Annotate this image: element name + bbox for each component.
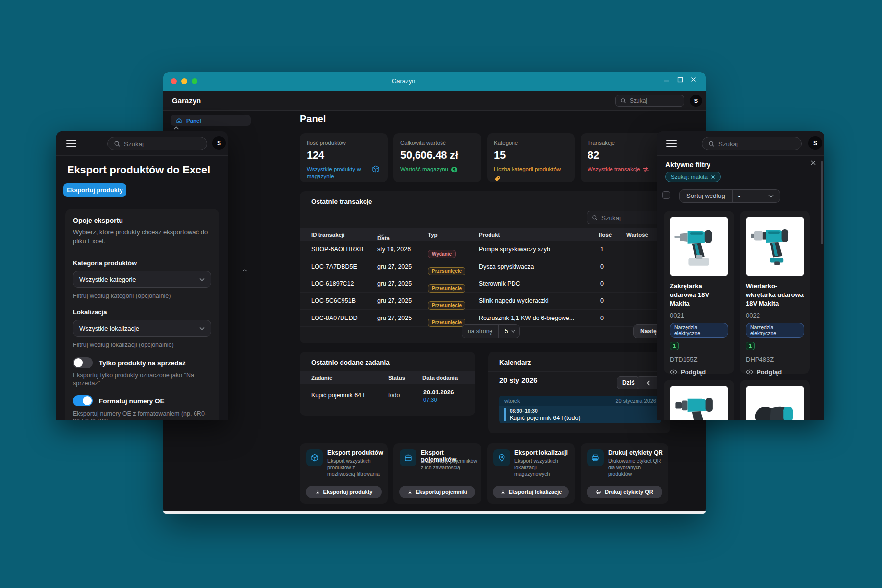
avatar[interactable]: S [212, 136, 226, 150]
print-qr-button[interactable]: Drukuj etykiety QR [587, 486, 662, 498]
product-card-partial [664, 380, 734, 420]
menu-icon[interactable] [666, 140, 677, 147]
export-locations-card: Eksport lokalizacji Eksport wszystkich l… [487, 443, 575, 504]
product-model: DHP483Z [746, 356, 804, 363]
col-value: Wartość [626, 232, 648, 238]
type-badge: Przesunięcie [428, 284, 466, 293]
table-row[interactable]: LOC-5C6C951B gru 27, 2025 Przesunięcie S… [300, 293, 670, 310]
event-date: 20 stycznia 2026 [615, 398, 656, 404]
table-row[interactable]: LOC-61897C12 gru 27, 2025 Przesunięcie S… [300, 275, 670, 293]
menu-icon[interactable] [66, 140, 76, 147]
export-products-button[interactable]: Eksportuj produkty [306, 486, 382, 498]
panel-search[interactable] [702, 137, 802, 150]
location-label: Lokalizacja [73, 308, 211, 316]
filter-chip[interactable]: Szukaj: makita [665, 172, 721, 182]
page-title: Panel [300, 113, 326, 124]
panel-header: S [657, 131, 824, 156]
close-filters-icon[interactable] [810, 160, 816, 166]
sidebar-item-label: Panel [186, 118, 201, 123]
sidebar-item-panel[interactable]: Panel [171, 115, 251, 126]
product-category-badge: Narzędzia elektryczne [670, 323, 728, 338]
table-row[interactable]: LOC-7A7DBD5E gru 27, 2025 Przesunięcie D… [300, 258, 670, 275]
map-pin-icon [497, 453, 506, 462]
calendar-event[interactable]: wtorek 20 stycznia 2026 08:30–10:30 Kupi… [499, 396, 661, 423]
divider [488, 371, 670, 372]
stat-card-value: Całkowita wartość 50,606.48 zł Wartość m… [393, 133, 481, 182]
category-help: Filtruj według kategorii (opcjonalnie) [73, 292, 211, 300]
stat-label: Kategorie [494, 140, 568, 146]
scrollbar[interactable] [821, 161, 823, 244]
export-locations-button[interactable]: Eksportuj lokalizacje [493, 486, 569, 498]
location-select[interactable]: Wszystkie lokalizacje [73, 320, 211, 337]
eye-icon [670, 369, 677, 375]
transactions-search[interactable] [587, 211, 666, 224]
panel-search[interactable] [107, 137, 207, 150]
search-icon [592, 215, 598, 220]
stat-link: Wszystkie transakcje [588, 166, 640, 173]
type-badge: Przesunięcie [428, 267, 466, 275]
stat-link[interactable]: Wszystkie produkty w magazynie [307, 166, 367, 180]
stat-label: Ilość produktów [307, 140, 381, 146]
chevron-up-icon[interactable] [242, 269, 247, 272]
type-badge: Wydanie [428, 250, 456, 258]
per-page-select[interactable]: na stronę 5 [462, 324, 520, 338]
panel-header: S [56, 131, 228, 156]
chevron-down-icon [511, 330, 515, 333]
options-desc: Wybierz, które produkty chcesz eksportow… [73, 228, 211, 245]
header-search-input[interactable] [630, 98, 679, 104]
format-oe-toggle[interactable] [73, 395, 93, 406]
location-help: Filtruj według lokalizacji (opcjonalnie) [73, 341, 211, 349]
download-icon [407, 490, 413, 495]
table-row[interactable]: SHOP-6AOLHRXB sty 19, 2026 Wydanie Pompa… [300, 241, 670, 258]
avatar[interactable]: S [690, 95, 702, 107]
header-search[interactable] [615, 95, 684, 107]
sort-control[interactable]: Sortuj według - [679, 189, 780, 203]
stat-link: Liczba kategorii produktów [494, 166, 561, 173]
product-model: DTD155Z [670, 356, 728, 363]
export-card-title: Drukuj etykiety QR [608, 449, 666, 456]
col-id: ID transakcji [311, 232, 344, 238]
only-for-sale-label: Tylko produkty na sprzedaż [99, 359, 186, 367]
export-products-primary-button[interactable]: Eksportuj produkty [63, 183, 126, 197]
panel-search-input[interactable] [718, 140, 795, 147]
preview-action[interactable]: Podgląd [670, 368, 728, 376]
window-footer-strip [163, 511, 706, 514]
maximize-icon[interactable] [677, 77, 683, 83]
task-name: Kupić pojemnik 64 l [311, 392, 364, 399]
product-code: 0021 [670, 312, 728, 319]
col-type: Typ [428, 232, 438, 238]
product-card: Wiertarko-wkrętarka udarowa 18V Makita 0… [740, 211, 810, 374]
active-filters-title: Aktywne filtry [665, 161, 710, 169]
panel-search-input[interactable] [124, 140, 201, 147]
options-title: Opcje eksportu [73, 217, 211, 224]
avatar[interactable]: S [808, 136, 822, 150]
type-badge: Przesunięcie [428, 318, 466, 327]
select-all-checkbox[interactable] [662, 191, 670, 199]
printer-icon [591, 453, 600, 462]
product-qty-badge: 1 [670, 342, 679, 350]
only-for-sale-toggle[interactable] [73, 357, 93, 368]
download-icon [500, 490, 506, 495]
chevron-down-icon [768, 195, 774, 198]
col-date[interactable]: Data [377, 232, 384, 238]
category-select[interactable]: Wszystkie kategorie [73, 271, 211, 288]
close-icon[interactable] [690, 76, 697, 83]
product-card: Zakrętarka udarowa 18V Makita 0021 Narzę… [664, 211, 734, 374]
transactions-header-row: ID transakcji Data Typ Produkt Ilość War… [300, 228, 670, 241]
export-card-desc: Eksport wszystkich lokalizacji magazynow… [514, 458, 571, 478]
export-containers-button[interactable]: Eksportuj pojemniki [399, 486, 475, 498]
eye-icon [746, 369, 753, 375]
transactions-search-input[interactable] [601, 214, 661, 221]
preview-action[interactable]: Podgląd [746, 368, 804, 376]
minimize-icon[interactable] [663, 76, 670, 83]
product-qty-badge: 1 [746, 342, 755, 350]
export-card-title: Eksport produktów [327, 449, 385, 456]
chevron-left-icon [647, 380, 650, 386]
product-name: Zakrętarka udarowa 18V Makita [670, 282, 728, 308]
tasks-header-row: Zadanie Status Data dodania [300, 371, 475, 384]
calendar-current-date: 20 sty 2026 [499, 376, 537, 384]
task-time: 07:30 [423, 397, 437, 403]
remove-filter-icon[interactable] [711, 175, 715, 179]
search-icon [620, 98, 626, 104]
chevron-down-icon [199, 278, 205, 281]
